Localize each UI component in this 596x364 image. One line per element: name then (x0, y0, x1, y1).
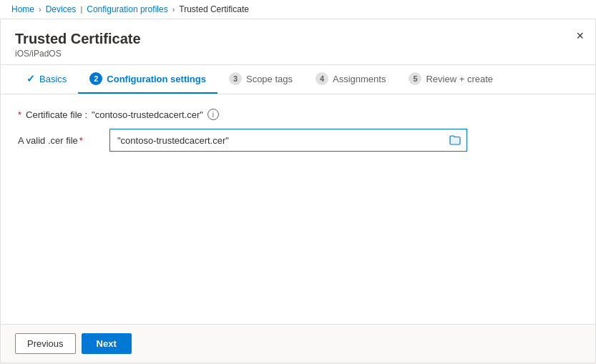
page-title: Trusted Certificate (15, 31, 581, 47)
tab-basics-label: Basics (39, 74, 67, 84)
tab-bar: ✓ Basics 2 Configuration settings 3 Scop… (1, 65, 595, 94)
file-input-row: A valid .cer file * (18, 129, 578, 152)
tab-assignments[interactable]: 4 Assignments (304, 65, 397, 94)
file-input-wrapper (109, 129, 467, 152)
next-button[interactable]: Next (82, 333, 132, 354)
tab-scope-badge: 3 (229, 72, 242, 85)
breadcrumb-devices[interactable]: Devices (46, 4, 77, 14)
checkmark-icon: ✓ (26, 73, 35, 84)
info-icon[interactable]: i (207, 109, 219, 120)
panel-subtitle: iOS/iPadOS (15, 49, 581, 59)
breadcrumb-sep-3: › (172, 5, 175, 14)
panel-body: * Certificate file : "contoso-trustedcac… (1, 94, 595, 324)
tab-review-label: Review + create (426, 74, 493, 84)
tab-scope[interactable]: 3 Scope tags (218, 65, 304, 94)
cert-label-row: * Certificate file : "contoso-trustedcac… (18, 109, 578, 120)
file-browse-button[interactable] (444, 129, 467, 152)
previous-button[interactable]: Previous (15, 333, 76, 354)
panel-header: Trusted Certificate iOS/iPadOS × (1, 19, 595, 65)
cert-field-group: * Certificate file : "contoso-trustedcac… (18, 109, 578, 152)
file-label: A valid .cer file * (18, 135, 104, 146)
tab-scope-label: Scope tags (246, 74, 293, 84)
required-star: * (18, 109, 21, 120)
file-text-input[interactable] (109, 129, 444, 152)
main-panel: Trusted Certificate iOS/iPadOS × ✓ Basic… (0, 19, 596, 363)
tab-assignments-label: Assignments (333, 74, 386, 84)
cert-field-label: Certificate file : (26, 109, 87, 120)
tab-basics[interactable]: ✓ Basics (15, 66, 78, 93)
breadcrumb-current: Trusted Certificate (179, 4, 249, 14)
folder-icon (449, 134, 461, 146)
tab-review[interactable]: 5 Review + create (397, 65, 504, 94)
close-button[interactable]: × (576, 29, 584, 42)
tab-configuration-badge: 2 (89, 72, 102, 85)
tab-configuration-label: Configuration settings (107, 74, 206, 84)
file-required-star: * (79, 135, 83, 146)
tab-configuration[interactable]: 2 Configuration settings (78, 65, 218, 94)
panel-footer: Previous Next (1, 324, 595, 363)
breadcrumb-home[interactable]: Home (11, 4, 34, 14)
breadcrumb-sep-2: | (80, 5, 82, 14)
breadcrumb: Home › Devices | Configuration profiles … (0, 0, 596, 19)
tab-review-badge: 5 (409, 72, 421, 85)
breadcrumb-sep-1: › (39, 5, 41, 14)
tab-assignments-badge: 4 (316, 72, 328, 85)
breadcrumb-config-profiles[interactable]: Configuration profiles (87, 4, 167, 14)
cert-field-value-text: "contoso-trustedcacert.cer" (92, 109, 203, 120)
